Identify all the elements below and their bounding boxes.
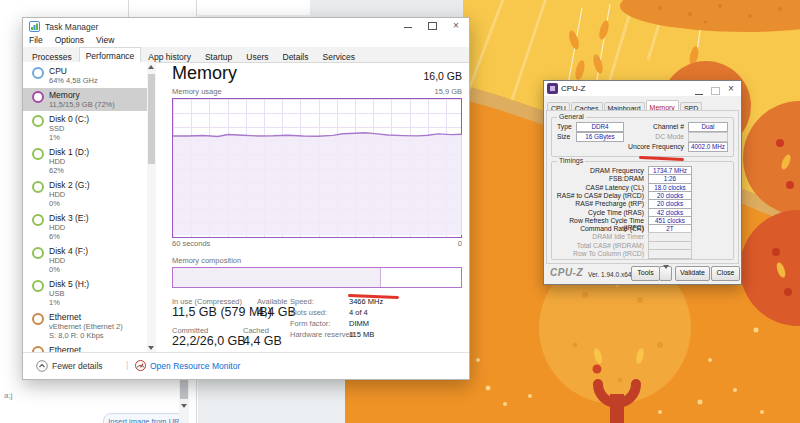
close-button[interactable]: ×: [723, 81, 739, 95]
sidebar-item-disk5[interactable]: Disk 5 (H:) USB 1%: [23, 277, 147, 309]
item-title: Ethernet: [49, 312, 145, 322]
item-sub: vEthernet (Ethernet 2): [49, 322, 145, 331]
scroll-down-icon[interactable]: [181, 404, 187, 408]
disk-ring-icon: [32, 247, 44, 259]
channel-value: Dual: [688, 122, 728, 132]
sidebar-item-memory[interactable]: Memory 11,5/15,9 GB (72%): [23, 88, 147, 111]
window-title: CPU-Z: [561, 84, 585, 93]
item-title: Disk 3 (E:): [49, 213, 145, 223]
insert-image-from-url-button[interactable]: Insert image from URL: [103, 413, 189, 423]
tab-performance[interactable]: Performance: [79, 47, 142, 63]
groupbox-legend: Timings: [557, 157, 585, 164]
cpu-ring-icon: [32, 67, 44, 79]
scroll-down-icon[interactable]: [148, 346, 154, 350]
item-title: Disk 0 (C:): [49, 114, 145, 124]
menu-bar: FileOptionsView: [23, 34, 469, 47]
validate-button[interactable]: Validate: [675, 266, 710, 281]
item-sub: HDD: [49, 223, 145, 232]
memory-tab-page: General Type DDR4 Channel # Dual Size 16…: [546, 110, 739, 264]
menu-file[interactable]: File: [23, 34, 49, 46]
row-to-column-value: [648, 249, 692, 259]
disk-ring-icon: [32, 115, 44, 127]
performance-sidebar: CPU 64% 4,58 GHz Memory 11,5/15,9 GB (72…: [23, 62, 147, 353]
cpuz-tab-bar: CPUCachesMainboardMemorySPDGraphicsBench…: [545, 96, 740, 110]
form-factor-label: Form factor:: [290, 319, 330, 328]
cpuz-titlebar[interactable]: CPU-Z ×: [544, 81, 741, 96]
sidebar-item-cpu[interactable]: CPU 64% 4,58 GHz: [23, 64, 147, 87]
tab-bar: ProcessesPerformanceApp historyStartupUs…: [23, 47, 469, 63]
slots-used-label: Slots used:: [290, 308, 327, 317]
scrollbar-thumb[interactable]: [148, 74, 155, 164]
command-rate-label: Command Rate (CR): [552, 225, 644, 232]
minimize-button[interactable]: [691, 81, 707, 95]
tools-dropdown-button[interactable]: [659, 266, 672, 281]
resource-monitor-icon: [135, 360, 146, 371]
usage-scale-max: 15,9 GB: [434, 87, 462, 96]
item-sub: 64% 4,58 GHz: [49, 76, 145, 85]
resource-monitor-label: Open Resource Monitor: [150, 361, 240, 371]
memory-composition-bar[interactable]: [172, 267, 462, 288]
disk-ring-icon: [32, 181, 44, 193]
disk-ring-icon: [32, 148, 44, 160]
chevron-down-icon: [663, 265, 669, 276]
item-sub: 11,5/15,9 GB (72%): [49, 100, 145, 109]
ras-to-cas-label: RAS# to CAS# Delay (tRCD): [552, 192, 644, 199]
scrollbar-thumb[interactable]: [180, 378, 188, 399]
item-sub: SSD: [49, 124, 145, 133]
size-label: Size: [557, 133, 570, 140]
general-groupbox: General Type DDR4 Channel # Dual Size 16…: [551, 117, 734, 157]
maximize-button: [707, 81, 723, 95]
item-sub: S: 8,0 R: 0 Kbps: [49, 331, 145, 340]
dram-frequency-label: DRAM Frequency: [552, 167, 644, 174]
scroll-up-icon[interactable]: [148, 65, 154, 69]
form-factor-value: DIMM: [349, 319, 369, 328]
memory-usage-series: [173, 99, 462, 235]
item-sub: 1%: [49, 133, 145, 142]
sidebar-item-ethernet2[interactable]: Ethernet vEthernet (Ethernet 2) S: 8,0 R…: [23, 310, 147, 342]
chevron-up-circle-icon: [36, 360, 48, 372]
item-title: Disk 1 (D:): [49, 147, 145, 157]
sidebar-item-disk2[interactable]: Disk 2 (G:) HDD 0%: [23, 178, 147, 210]
background-scrollbar[interactable]: [179, 378, 189, 423]
open-resource-monitor-link[interactable]: Open Resource Monitor: [135, 360, 240, 371]
uncore-label: Uncore Frequency: [612, 143, 684, 150]
menu-view[interactable]: View: [90, 34, 120, 46]
sidebar-item-disk3[interactable]: Disk 3 (E:) HDD 6%: [23, 211, 147, 243]
panel-title: Memory: [172, 63, 237, 84]
groupbox-legend: General: [557, 113, 586, 120]
memory-composition-label: Memory composition: [172, 256, 462, 265]
task-manager-titlebar[interactable]: Task Manager ×: [23, 18, 469, 34]
close-dialog-button[interactable]: Close: [711, 266, 740, 281]
sidebar-scrollbar[interactable]: [147, 62, 156, 353]
maximize-button[interactable]: [421, 18, 443, 33]
sidebar-item-disk4[interactable]: Disk 4 (F:) HDD 0%: [23, 244, 147, 276]
sidebar-item-disk0[interactable]: Disk 0 (C:) SSD 1%: [23, 112, 147, 144]
tools-button[interactable]: Tools: [631, 266, 660, 281]
type-label: Type: [557, 123, 572, 130]
item-sub: HDD: [49, 157, 145, 166]
timings-groupbox: Timings DRAM Frequency 1734.7 MHz FSB:DR…: [551, 161, 734, 260]
minimize-button[interactable]: [397, 18, 419, 33]
speed-label: Speed:: [290, 297, 314, 306]
item-sub: USB: [49, 289, 145, 298]
version-label: Ver. 1.94.0.x64: [588, 271, 631, 278]
close-button[interactable]: ×: [445, 18, 467, 33]
composition-in-use-segment[interactable]: [173, 268, 381, 287]
item-sub: 0%: [49, 265, 145, 274]
usage-graph-label: Memory usage: [172, 87, 222, 96]
ethernet-ring-icon: [32, 313, 44, 325]
cpuz-window: CPU-Z × CPUCachesMainboardMemorySPDGraph…: [543, 80, 742, 285]
menu-options[interactable]: Options: [49, 34, 90, 46]
fewer-details-button[interactable]: Fewer details: [36, 360, 103, 372]
sidebar-item-disk1[interactable]: Disk 1 (D:) HDD 62%: [23, 145, 147, 177]
cpuz-app-icon: [547, 83, 558, 94]
background-app-header-strip: [310, 0, 463, 17]
footer-divider: |: [126, 360, 128, 370]
item-sub: 62%: [49, 166, 145, 175]
item-title: Memory: [49, 90, 145, 100]
item-sub: 6%: [49, 232, 145, 241]
total-cas-label: Total CAS# (tRDRAM): [552, 242, 644, 249]
time-axis-right: 0: [458, 239, 462, 248]
memory-usage-graph[interactable]: [172, 98, 462, 238]
cas-latency-label: CAS# Latency (CL): [552, 184, 644, 191]
